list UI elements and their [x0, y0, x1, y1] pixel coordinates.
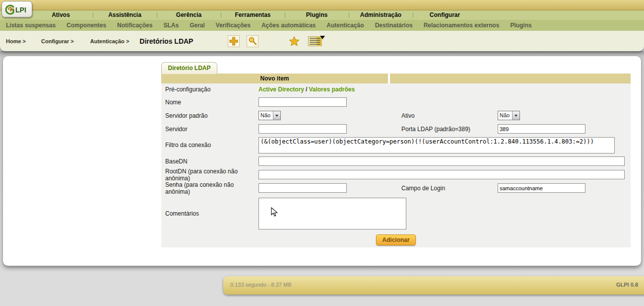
glpi-logo[interactable]: LPI — [1, 1, 32, 17]
svg-text:LPI: LPI — [15, 6, 26, 14]
breadcrumb: Home > Configurar > Autenticação > Diret… — [0, 31, 644, 51]
porta-ldap-input[interactable] — [498, 124, 585, 134]
tab-diretorio-ldap[interactable]: Diretório LDAP — [161, 62, 217, 74]
porta-ldap-label: Porta LDAP (padrão=389) — [397, 126, 498, 133]
campo-login-label: Campo de Login — [397, 185, 498, 192]
filtro-conexao-label: Filtro da conexão — [161, 142, 258, 149]
main-menu: Ativos Assistência Gerência Ferramentas … — [0, 10, 644, 20]
sub-menu: Listas suspensas Componentes Notificaçõe… — [0, 20, 644, 31]
list-menu-icon[interactable] — [308, 35, 325, 47]
ldap-form: Novo item Pré-configuração Active Direct… — [161, 74, 631, 247]
menu-plugins[interactable]: Plugins — [285, 10, 349, 20]
submenu-autenticacao[interactable]: Autenticação — [321, 20, 369, 31]
submenu-verificacoes[interactable]: Verificações — [210, 20, 256, 31]
senha-label: Senha (para conexão não anônima) — [161, 181, 258, 195]
comentarios-textarea[interactable] — [258, 198, 406, 230]
servidor-padrao-select[interactable]: Não — [258, 111, 281, 120]
form-header-row: Novo item — [161, 74, 631, 83]
menu-ferramentas[interactable]: Ferramentas — [221, 10, 285, 20]
preconfig-valores-padroes-link[interactable]: Valores padrões — [309, 86, 355, 93]
rootdn-input[interactable] — [258, 170, 625, 179]
preconfig-active-directory-link[interactable]: Active Directory — [258, 86, 304, 93]
comentarios-label: Comentários — [161, 210, 258, 217]
add-icon[interactable] — [228, 35, 240, 47]
ativo-label: Ativo — [397, 112, 498, 119]
submenu-plugins[interactable]: Plugins — [505, 20, 537, 31]
submenu-listas-suspensas[interactable]: Listas suspensas — [0, 20, 61, 31]
submenu-acoes-automaticas[interactable]: Ações automáticas — [256, 20, 321, 31]
submenu-slas[interactable]: SLAs — [158, 20, 184, 31]
content-panel: Diretório LDAP Novo item Pré-configuraçã… — [3, 56, 641, 266]
page-title: Diretórios LDAP — [139, 37, 193, 45]
menu-administracao[interactable]: Administração — [349, 10, 413, 20]
preconfig-links: Active Directory/Valores padrões — [258, 86, 631, 93]
footer-version: GLPI 0.8 — [616, 282, 638, 288]
servidor-padrao-label: Servidor padrão — [161, 112, 258, 119]
menu-gerencia[interactable]: Gerência — [157, 10, 221, 20]
footer-bar: 0.133 segundo - 8.37 MB GLPI 0.8 — [223, 276, 644, 295]
glpi-logo-graphic: LPI — [4, 3, 30, 16]
submenu-notificacoes[interactable]: Notificações — [112, 20, 158, 31]
campo-login-input[interactable] — [498, 183, 585, 193]
basedn-label: BaseDN — [161, 158, 258, 165]
form-header-right — [390, 74, 631, 83]
submenu-destinatarios[interactable]: Destinatários — [370, 20, 418, 31]
preconfig-label: Pré-configuração — [161, 86, 258, 93]
filtro-conexao-textarea[interactable]: (&(objectClass=user)(objectCategory=pers… — [258, 137, 615, 153]
menu-configurar[interactable]: Configurar — [413, 10, 477, 20]
bookmark-star-icon[interactable] — [288, 35, 300, 47]
form-header-title: Novo item — [161, 74, 388, 83]
breadcrumb-autenticacao[interactable]: Autenticação > — [90, 38, 129, 44]
chevron-down-icon — [512, 111, 519, 120]
chevron-down-icon — [273, 111, 280, 120]
footer-stats: 0.133 segundo - 8.37 MB — [230, 282, 292, 288]
basedn-input[interactable] — [258, 156, 625, 166]
senha-input[interactable] — [258, 183, 347, 193]
breadcrumb-configurar[interactable]: Configurar > — [41, 38, 74, 44]
adicionar-button[interactable]: Adicionar — [376, 234, 415, 245]
preconfig-separator: / — [306, 86, 307, 93]
rootdn-label: RootDN (para conexão não anônima) — [161, 168, 258, 182]
form-grid: Pré-configuração Active Directory/Valore… — [161, 83, 631, 247]
nome-input[interactable] — [258, 97, 347, 107]
breadcrumb-home[interactable]: Home > — [6, 38, 26, 44]
ativo-select[interactable]: Não — [498, 111, 520, 120]
menu-ativos[interactable]: Ativos — [29, 10, 93, 20]
submenu-relacionamentos-externos[interactable]: Relacionamentos externos — [418, 20, 505, 31]
search-icon[interactable] — [247, 35, 258, 47]
servidor-input[interactable] — [258, 124, 347, 134]
submenu-geral[interactable]: Geral — [184, 20, 210, 31]
menu-assistencia[interactable]: Assistência — [93, 10, 157, 20]
submenu-componentes[interactable]: Componentes — [61, 20, 112, 31]
servidor-label: Servidor — [161, 126, 258, 133]
top-bar — [0, 0, 644, 10]
nome-label: Nome — [161, 99, 258, 106]
